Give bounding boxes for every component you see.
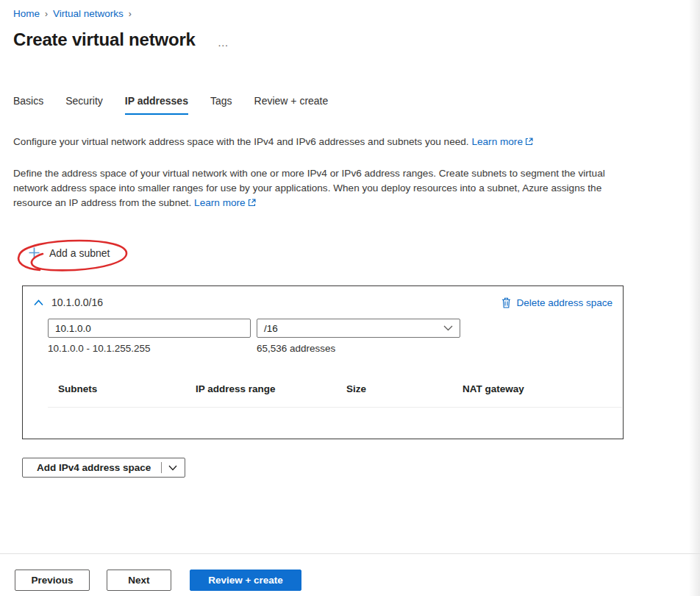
subnet-table-header: Subnets IP address range Size NAT gatewa… [48,383,622,394]
tab-bar: Basics Security IP addresses Tags Review… [13,95,328,115]
chevron-right-icon: › [45,8,48,19]
prefix-dropdown-value: /16 [264,323,278,334]
tab-basics[interactable]: Basics [13,95,43,115]
learn-more-link[interactable]: Learn more [471,136,533,147]
address-inputs-row: /16 [48,319,623,338]
page-title: Create virtual network [13,29,196,50]
previous-button[interactable]: Previous [15,570,90,591]
column-header-nat-gateway: NAT gateway [463,383,622,394]
address-space-card: 10.1.0.0/16 Delete address space /16 10.… [22,285,624,439]
column-header-size: Size [346,383,463,394]
chevron-down-icon [443,325,453,331]
subnet-table: Subnets IP address range Size NAT gatewa… [48,383,622,408]
page-header: Create virtual network … [13,29,230,50]
external-link-icon [248,199,256,207]
delete-address-space-button[interactable]: Delete address space [501,297,612,308]
address-range-text: 10.1.0.0 - 10.1.255.255 [48,343,257,354]
chevron-right-icon: › [129,8,132,19]
next-button[interactable]: Next [107,570,171,591]
intro-text: Configure your virtual network address s… [13,135,635,149]
address-input[interactable] [48,319,251,338]
learn-more-label: Learn more [471,136,523,147]
add-subnet-label: Add a subnet [49,247,110,259]
tab-tags[interactable]: Tags [210,95,232,115]
panel-edge-shadow [689,0,700,596]
address-space-header: 10.1.0.0/16 Delete address space [23,286,623,308]
add-ipv4-address-space-button[interactable]: Add IPv4 address space [22,458,185,478]
description-text-body: Define the address space of your virtual… [13,168,605,208]
breadcrumb-link-home[interactable]: Home [13,8,40,19]
chevron-down-icon[interactable] [168,465,177,471]
tab-ip-addresses[interactable]: IP addresses [125,95,188,115]
collapse-chevron-up-icon[interactable] [34,299,43,306]
tab-security[interactable]: Security [65,95,103,115]
add-subnet-button[interactable]: Add a subnet [28,246,110,259]
learn-more-link-2[interactable]: Learn more [194,197,256,208]
prefix-dropdown[interactable]: /16 [257,319,460,338]
learn-more-label: Learn more [194,197,246,208]
split-button-divider [161,462,162,473]
tab-review-create[interactable]: Review + create [254,95,329,115]
add-ipv4-label: Add IPv4 address space [37,462,151,473]
review-create-button[interactable]: Review + create [190,570,301,591]
description-text: Define the address space of your virtual… [13,166,635,210]
plus-icon [28,246,40,259]
footer-divider [0,553,700,554]
intro-text-body: Configure your virtual network address s… [13,136,469,147]
trash-icon [501,297,511,308]
column-header-subnets: Subnets [58,383,196,394]
external-link-icon [525,138,533,146]
breadcrumb: Home › Virtual networks › [13,8,132,19]
address-helper-row: 10.1.0.0 - 10.1.255.255 65,536 addresses [48,343,623,354]
column-header-ip-range: IP address range [196,383,346,394]
address-space-title: 10.1.0.0/16 [51,297,103,308]
delete-address-space-label: Delete address space [516,297,612,308]
table-divider [48,407,622,408]
more-options-button[interactable]: … [218,36,230,49]
address-count-text: 65,536 addresses [257,343,335,354]
breadcrumb-link-virtual-networks[interactable]: Virtual networks [53,8,124,19]
